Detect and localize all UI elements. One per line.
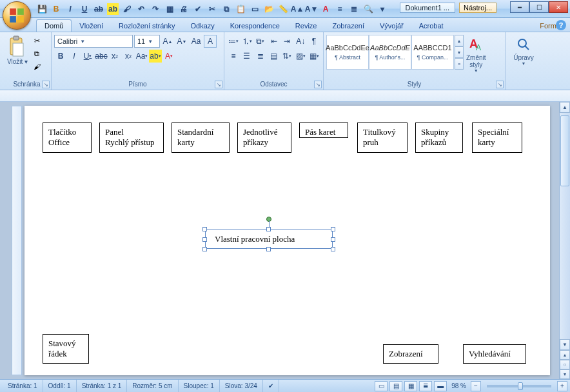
qat-highlight-icon[interactable]: ab — [107, 3, 119, 15]
tab-home[interactable]: Domů — [36, 19, 72, 32]
handle-ne-icon[interactable] — [331, 227, 335, 231]
scroll-thumb[interactable] — [560, 115, 569, 186]
handle-n-icon[interactable] — [266, 227, 271, 231]
style-scroll-up-icon[interactable]: ▲ — [455, 35, 464, 46]
window-minimize-button[interactable]: ━ — [510, 1, 529, 13]
qat-italic-icon[interactable]: I — [64, 3, 76, 15]
qat-shrink-icon[interactable]: A▼ — [306, 3, 317, 15]
numbering-icon[interactable]: ⒈▾ — [241, 35, 253, 48]
italic-icon[interactable]: I — [68, 50, 81, 63]
qat-print-icon[interactable]: 🖨 — [178, 3, 190, 15]
style-scroll-down-icon[interactable]: ▼ — [455, 46, 464, 58]
change-styles-button[interactable]: AA Změnit styly ▼ — [464, 34, 489, 80]
align-justify-icon[interactable]: ▤ — [268, 50, 280, 63]
shrink-font-icon[interactable]: A▼ — [175, 35, 188, 48]
underline-icon[interactable]: U▾ — [81, 50, 94, 63]
grow-font-icon[interactable]: A▲ — [161, 35, 174, 48]
show-marks-icon[interactable]: ¶ — [308, 35, 320, 48]
qat-list-icon[interactable]: ≣ — [348, 3, 360, 15]
editing-button[interactable]: Úpravy ▼ — [508, 34, 539, 90]
style-item-2[interactable]: AABBCCD1 ¶ Compan... — [411, 35, 454, 70]
paste-label[interactable]: Vložit ▾ — [7, 58, 28, 65]
paste-icon[interactable] — [6, 35, 28, 58]
qat-table-icon[interactable]: ▦ — [164, 3, 175, 15]
vertical-ruler[interactable] — [12, 106, 22, 375]
qat-zoom-icon[interactable]: 🔍 — [362, 3, 374, 15]
qat-spell-icon[interactable]: ✔ — [192, 3, 204, 15]
paragraph-launcher-icon[interactable]: ↘ — [314, 81, 322, 88]
selected-textbox[interactable]: Vlastní pracovní plocha — [205, 230, 333, 249]
qat-bold-icon[interactable]: B — [50, 3, 62, 15]
prev-page-icon[interactable]: ▴ — [560, 350, 570, 360]
view-read-icon[interactable]: ▤ — [389, 381, 402, 391]
status-pages[interactable]: Stránka: 1 z 1 — [77, 380, 128, 392]
handle-se-icon[interactable] — [331, 247, 335, 251]
linespace-icon[interactable]: ⇅▾ — [280, 50, 293, 63]
clear-format-icon[interactable]: Aa — [190, 35, 202, 48]
tab-layout[interactable]: Rozložení stránky — [111, 20, 182, 32]
zoom-in-icon[interactable]: + — [557, 381, 567, 391]
change-case-icon[interactable]: A — [204, 35, 217, 48]
window-maximize-button[interactable]: ☐ — [529, 1, 549, 13]
page[interactable]: Tlačítko Office Panel Rychlý přístup Sta… — [25, 106, 550, 375]
status-page[interactable]: Stránka: 1 — [3, 380, 43, 392]
view-outline-icon[interactable]: ≣ — [419, 381, 432, 391]
tab-acrobat[interactable]: Acrobat — [411, 20, 451, 32]
clipboard-launcher-icon[interactable]: ↘ — [42, 81, 50, 88]
font-color-icon[interactable]: A▾ — [162, 50, 175, 63]
bold-icon[interactable]: B — [54, 50, 67, 63]
help-icon[interactable]: ? — [556, 20, 566, 30]
qat-ruler-icon[interactable]: 📏 — [277, 3, 289, 15]
change-case-btn-icon[interactable]: Aa▾ — [135, 50, 148, 63]
style-gallery[interactable]: AaBbCcDdEe ¶ Abstract AaBbCcDdE ¶ Author… — [326, 34, 464, 80]
tab-view[interactable]: Zobrazení — [324, 20, 372, 32]
highlight-color-icon[interactable]: ab▾ — [149, 50, 162, 63]
font-launcher-icon[interactable]: ↘ — [215, 81, 222, 88]
sort-icon[interactable]: A↓ — [294, 35, 307, 48]
qat-align-icon[interactable]: ≡ — [334, 3, 346, 15]
qat-open-icon[interactable]: 📂 — [263, 3, 275, 15]
tab-references[interactable]: Odkazy — [182, 20, 222, 32]
bullets-icon[interactable]: ≔▾ — [227, 35, 240, 48]
font-size-combo[interactable]: 11▼ — [134, 35, 160, 48]
qat-strike-icon[interactable]: ab — [93, 3, 104, 15]
status-words[interactable]: Slova: 3/24 — [220, 380, 263, 392]
next-page-icon[interactable]: ▾ — [560, 369, 570, 379]
qat-paste-icon[interactable]: 📋 — [235, 3, 246, 15]
style-item-0[interactable]: AaBbCcDdEe ¶ Abstract — [326, 35, 369, 70]
vertical-scrollbar[interactable]: ▲ ▼ ▴ ○ ▾ — [559, 102, 570, 379]
format-painter-icon[interactable]: 🖌 — [31, 61, 43, 72]
style-item-1[interactable]: AaBbCcDdE ¶ Author's... — [369, 35, 411, 70]
cut-icon[interactable]: ✂ — [31, 35, 43, 46]
scroll-down-icon[interactable]: ▼ — [560, 339, 570, 350]
shading-icon[interactable]: ▨▾ — [294, 50, 307, 63]
view-draft-icon[interactable]: ▬ — [434, 381, 447, 391]
status-proof-icon[interactable]: ✔ — [263, 380, 279, 392]
multilevel-icon[interactable]: ⧉▾ — [254, 35, 267, 48]
view-web-icon[interactable]: ▦ — [404, 381, 417, 391]
view-print-icon[interactable]: ▭ — [375, 381, 388, 391]
strike-icon[interactable]: abc — [95, 50, 108, 63]
zoom-slider-thumb[interactable] — [518, 382, 523, 390]
selected-textbox-content[interactable]: Vlastní pracovní plocha — [205, 230, 333, 249]
borders-icon[interactable]: ▦▾ — [308, 50, 320, 63]
qat-undo-icon[interactable]: ↶ — [135, 3, 147, 15]
qat-grow-icon[interactable]: A▲ — [291, 3, 303, 15]
handle-w-icon[interactable] — [202, 237, 207, 242]
styles-launcher-icon[interactable]: ↘ — [496, 81, 504, 88]
align-center-icon[interactable]: ☰ — [241, 50, 253, 63]
status-position[interactable]: Rozměr: 5 cm — [127, 380, 178, 392]
qat-save-icon[interactable]: 💾 — [36, 3, 48, 15]
qat-brush-icon[interactable]: 🖌 — [121, 3, 133, 15]
qat-copy-icon[interactable]: ⧉ — [221, 3, 232, 15]
scroll-up-icon[interactable]: ▲ — [560, 102, 570, 113]
tab-mailings[interactable]: Korespondence — [222, 20, 288, 32]
handle-nw-icon[interactable] — [202, 227, 207, 231]
qat-cut-icon[interactable]: ✂ — [206, 3, 218, 15]
qat-new-icon[interactable]: ▭ — [249, 3, 260, 15]
font-name-combo[interactable]: Calibri▼ — [54, 35, 133, 48]
indent-increase-icon[interactable]: ⇥ — [280, 35, 293, 48]
qat-underline-icon[interactable]: U — [79, 3, 90, 15]
tab-developer[interactable]: Vývojář — [372, 20, 411, 32]
browse-object-icon[interactable]: ○ — [560, 360, 570, 369]
